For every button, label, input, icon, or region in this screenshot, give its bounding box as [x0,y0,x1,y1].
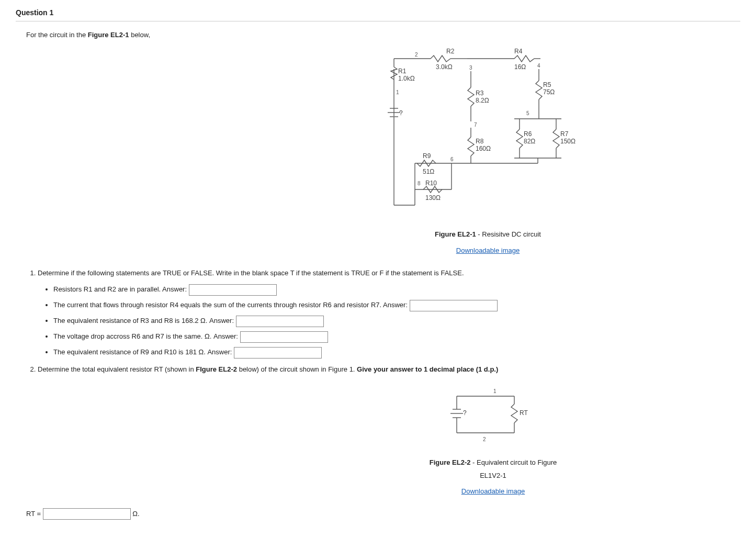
tf-item-1: Resistors R1 and R2 are in parallel. Ans… [53,283,740,296]
r10-value: 130Ω [425,194,441,201]
r5-label: R5 [543,81,551,88]
question-header: Question 1 [16,5,740,21]
figure-2-wrap: ? 1 RT 2 Figure EL2-2 - Equivalent circu… [26,380,740,498]
r9-label: R9 [423,152,431,160]
figure-1-wrap: ? R1 1.0kΩ 1 2 R2 3.0kΩ [26,48,740,257]
intro-text: For the circuit in the Figure EL2-1 belo… [26,29,740,42]
intro-fig-ref: Figure EL2-1 [88,31,129,39]
r4-label: R4 [514,48,523,55]
node-3: 3 [469,65,472,71]
r7-label: R7 [560,130,569,138]
rt-answer-line: RT = Ω. [26,508,740,521]
tf-input-3[interactable] [236,316,324,327]
part-2-figref: FIgure EL2-2 [196,365,237,373]
rt-label: RT = [26,510,41,518]
fig2-n1: 1 [493,388,497,394]
node-8: 8 [418,181,421,186]
tf-text-1: Resistors R1 and R2 are in parallel. Ans… [53,285,187,293]
fig2-n2: 2 [483,436,486,442]
r1-value: 1.0kΩ [398,75,415,82]
part-2-mid: below) of the circuit shown in Figure 1. [239,365,357,373]
figure-1: ? R1 1.0kΩ 1 2 R2 3.0kΩ [174,48,593,257]
tf-input-1[interactable] [189,284,277,296]
part-2: Determine the total equivalent resistor … [38,363,740,376]
tf-input-5[interactable] [234,347,322,359]
figure-1-download-link[interactable]: Downloadable image [456,247,520,254]
question-body: For the circuit in the Figure EL2-1 belo… [16,29,740,521]
fig2-src: ? [463,409,467,417]
part-2-instr: Give your answer to 1 decimal place (1 d… [357,365,498,373]
fig2-caption-rest: - Equivalent circuit to Figure EL1V2-1 [471,458,557,479]
intro-pre: For the circuit in the [26,31,88,39]
tf-item-4: The voltage drop accross R6 and R7 is th… [53,330,740,343]
fig2-rt: RT [520,409,528,417]
tf-text-4: The voltage drop accross R6 and R7 is th… [53,332,238,340]
figure-2: ? 1 RT 2 Figure EL2-2 - Equivalent circu… [206,380,561,498]
part-2-pre: Determine the total equivalent resistor … [38,365,196,373]
tf-input-4[interactable] [240,331,328,343]
fig1-caption-rest: - Resisitve DC circuit [476,230,541,238]
tf-text-3: The equivalent resistance of R3 and R8 i… [53,317,234,324]
figure-2-download-link[interactable]: Downloadable image [461,487,525,495]
node-2: 2 [415,52,418,58]
tf-list: Resistors R1 and R2 are in parallel. Ans… [38,283,740,359]
r6-label: R6 [524,130,532,138]
circuit-1-svg: ? R1 1.0kΩ 1 2 R2 3.0kΩ [383,48,593,221]
circuit-2-svg: ? 1 RT 2 [425,380,561,449]
tf-item-5: The equivalent resistance of R9 and R10 … [53,345,740,359]
r4-value: 16Ω [514,63,526,71]
r1-label: R1 [398,68,407,75]
tf-text-5: The equivalent resistance of R9 and R10 … [53,348,232,356]
tf-text-2: The current that flows through resistor … [53,301,408,309]
r2-value: 3.0kΩ [436,63,453,71]
part-1: Determine if the following statements ar… [38,267,740,360]
tf-item-3: The equivalent resistance of R3 and R8 i… [53,314,740,328]
part-1-prompt: Determine if the following statements ar… [38,269,464,277]
node-1: 1 [396,89,399,95]
r3-value: 8.2Ω [476,97,489,104]
rt-input[interactable] [43,508,131,520]
r8-value: 160Ω [476,145,491,152]
src-label: ? [399,109,403,117]
r2-label: R2 [446,48,455,55]
figure-1-caption: Figure EL2-1 - Resisitve DC circuit [383,228,593,241]
r5-value: 75Ω [543,88,555,96]
rt-unit: Ω. [132,510,139,518]
r6-value: 82Ω [524,138,535,145]
node-7: 7 [474,122,477,128]
node-6: 6 [450,156,454,162]
node-5: 5 [526,110,529,116]
figure-2-caption: Figure EL2-2 - Equivalent circuit to Fig… [425,456,561,482]
r9-value: 51Ω [423,168,434,175]
tf-input-2[interactable] [410,300,498,311]
r10-label: R10 [425,180,437,187]
node-4: 4 [537,63,540,69]
r8-label: R8 [476,138,484,145]
r7-value: 150Ω [560,138,576,145]
intro-post: below, [131,31,150,39]
tf-item-2: The current that flows through resistor … [53,298,740,312]
fig1-caption-bold: Figure EL2-1 [435,230,476,238]
r3-label: R3 [476,89,484,97]
fig2-caption-bold: Figure EL2-2 [430,458,471,466]
